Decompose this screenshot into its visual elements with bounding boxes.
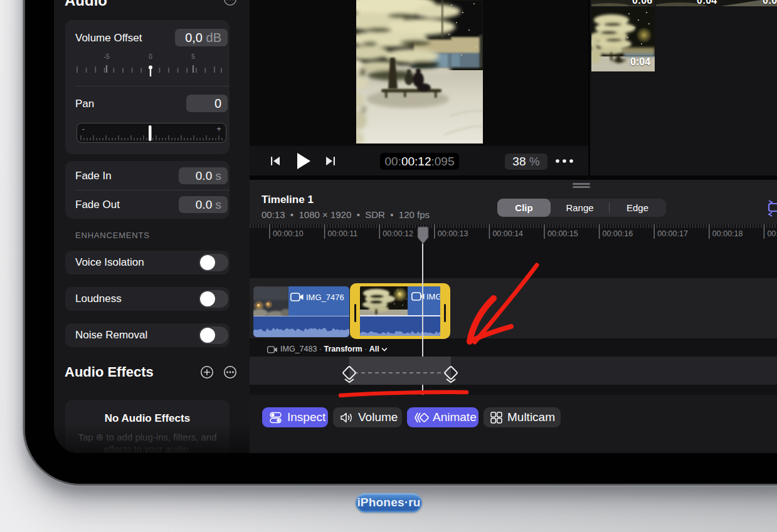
svg-text:5: 5 [191,53,195,60]
svg-text:+: + [216,124,221,133]
svg-text:-5: -5 [104,53,110,60]
svg-text:-: - [82,124,85,133]
svg-text:0: 0 [149,53,152,60]
